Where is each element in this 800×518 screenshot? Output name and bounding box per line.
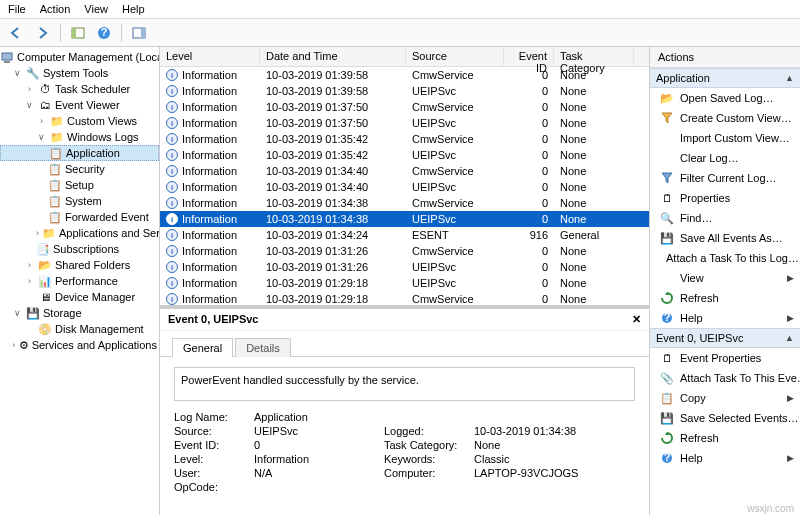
collapse-icon[interactable]: ∨ bbox=[12, 308, 23, 318]
expand-icon[interactable]: › bbox=[36, 116, 47, 126]
actions-header-event[interactable]: Event 0, UEIPSvc▲ bbox=[650, 328, 800, 348]
expand-icon[interactable]: › bbox=[12, 340, 16, 350]
action-open-saved-log[interactable]: 📂Open Saved Log… bbox=[650, 88, 800, 108]
tree-apps-and-services[interactable]: ›📁Applications and Ser… bbox=[0, 225, 159, 241]
action-find[interactable]: 🔍Find… bbox=[650, 208, 800, 228]
col-source[interactable]: Source bbox=[406, 47, 504, 66]
event-detail-pane: Event 0, UEIPSvc ✕ General Details Power… bbox=[160, 305, 649, 515]
expand-icon[interactable]: › bbox=[24, 276, 35, 286]
event-row[interactable]: iInformation10-03-2019 01:31:26UEIPSvc0N… bbox=[160, 259, 649, 275]
tree-shared-folders[interactable]: ›📂Shared Folders bbox=[0, 257, 159, 273]
submenu-arrow-icon: ▶ bbox=[787, 453, 794, 463]
event-row[interactable]: iInformation10-03-2019 01:37:50CmwServic… bbox=[160, 99, 649, 115]
submenu-arrow-icon: ▶ bbox=[787, 273, 794, 283]
action-save-selected[interactable]: 💾Save Selected Events… bbox=[650, 408, 800, 428]
menu-file[interactable]: File bbox=[8, 3, 26, 15]
event-row[interactable]: iInformation10-03-2019 01:35:42CmwServic… bbox=[160, 131, 649, 147]
col-task-category[interactable]: Task Category bbox=[554, 47, 634, 66]
tree-forwarded-events[interactable]: 📋Forwarded Event bbox=[0, 209, 159, 225]
tree-windows-logs[interactable]: ∨📁Windows Logs bbox=[0, 129, 159, 145]
menubar: File Action View Help bbox=[0, 0, 800, 19]
help-button[interactable]: ? bbox=[93, 23, 115, 43]
expand-icon[interactable]: › bbox=[24, 84, 35, 94]
action-import-custom-view[interactable]: Import Custom View… bbox=[650, 128, 800, 148]
navigation-tree[interactable]: Computer Management (Local) ∨🔧System Too… bbox=[0, 47, 160, 515]
info-icon: i bbox=[166, 149, 178, 161]
event-row[interactable]: iInformation10-03-2019 01:37:50UEIPSvc0N… bbox=[160, 115, 649, 131]
actions-header-application[interactable]: Application▲ bbox=[650, 68, 800, 88]
col-event-id[interactable]: Event ID bbox=[504, 47, 554, 66]
value-logged: 10-03-2019 01:34:38 bbox=[474, 425, 635, 437]
tree-subscriptions[interactable]: 📑Subscriptions bbox=[0, 241, 159, 257]
menu-view[interactable]: View bbox=[84, 3, 108, 15]
svg-rect-7 bbox=[4, 61, 10, 63]
tree-disk-management[interactable]: 📀Disk Management bbox=[0, 321, 159, 337]
tree-application[interactable]: 📋Application bbox=[0, 145, 159, 161]
event-row[interactable]: iInformation10-03-2019 01:34:40UEIPSvc0N… bbox=[160, 179, 649, 195]
event-row[interactable]: iInformation10-03-2019 01:29:18CmwServic… bbox=[160, 291, 649, 305]
action-clear-log[interactable]: Clear Log… bbox=[650, 148, 800, 168]
show-hide-tree-button[interactable] bbox=[67, 23, 89, 43]
event-row[interactable]: iInformation10-03-2019 01:31:26CmwServic… bbox=[160, 243, 649, 259]
collapse-icon[interactable]: ∨ bbox=[36, 132, 47, 142]
event-row[interactable]: iInformation10-03-2019 01:39:58CmwServic… bbox=[160, 67, 649, 83]
show-hide-action-pane-button[interactable] bbox=[128, 23, 150, 43]
tree-system-log[interactable]: 📋System bbox=[0, 193, 159, 209]
tree-event-viewer[interactable]: ∨🗂Event Viewer bbox=[0, 97, 159, 113]
collapse-icon[interactable]: ∨ bbox=[24, 100, 35, 110]
value-level: Information bbox=[254, 453, 384, 465]
menu-help[interactable]: Help bbox=[122, 3, 145, 15]
cell-event-id: 0 bbox=[504, 69, 554, 81]
tree-system-tools[interactable]: ∨🔧System Tools bbox=[0, 65, 159, 81]
event-row[interactable]: iInformation10-03-2019 01:34:38CmwServic… bbox=[160, 195, 649, 211]
action-help[interactable]: ?Help▶ bbox=[650, 308, 800, 328]
action-copy[interactable]: 📋Copy▶ bbox=[650, 388, 800, 408]
action-refresh[interactable]: Refresh bbox=[650, 288, 800, 308]
grid-body[interactable]: iInformation10-03-2019 01:39:58CmwServic… bbox=[160, 67, 649, 305]
cell-category: None bbox=[554, 117, 634, 129]
help-icon: ? bbox=[660, 451, 674, 465]
forward-button[interactable] bbox=[32, 23, 54, 43]
event-row[interactable]: iInformation10-03-2019 01:29:18UEIPSvc0N… bbox=[160, 275, 649, 291]
action-attach-task-event[interactable]: 📎Attach Task To This Eve… bbox=[650, 368, 800, 388]
event-row[interactable]: iInformation10-03-2019 01:39:58UEIPSvc0N… bbox=[160, 83, 649, 99]
close-detail-button[interactable]: ✕ bbox=[632, 313, 641, 326]
tree-device-manager[interactable]: 🖥Device Manager bbox=[0, 289, 159, 305]
event-row[interactable]: iInformation10-03-2019 01:35:42UEIPSvc0N… bbox=[160, 147, 649, 163]
action-refresh-event[interactable]: Refresh bbox=[650, 428, 800, 448]
collapse-icon[interactable]: ∨ bbox=[12, 68, 23, 78]
info-icon: i bbox=[166, 229, 178, 241]
col-level[interactable]: Level bbox=[160, 47, 260, 66]
tab-general[interactable]: General bbox=[172, 338, 233, 357]
tree-task-scheduler[interactable]: ›⏱Task Scheduler bbox=[0, 81, 159, 97]
tree-performance[interactable]: ›📊Performance bbox=[0, 273, 159, 289]
expand-icon[interactable]: › bbox=[36, 228, 39, 238]
event-row[interactable]: iInformation10-03-2019 01:34:38UEIPSvc0N… bbox=[160, 211, 649, 227]
action-save-all-events[interactable]: 💾Save All Events As… bbox=[650, 228, 800, 248]
menu-action[interactable]: Action bbox=[40, 3, 71, 15]
action-properties[interactable]: 🗒Properties bbox=[650, 188, 800, 208]
action-help-event[interactable]: ?Help▶ bbox=[650, 448, 800, 468]
col-date[interactable]: Date and Time bbox=[260, 47, 406, 66]
tab-details[interactable]: Details bbox=[235, 338, 291, 357]
tree-custom-views[interactable]: ›📁Custom Views bbox=[0, 113, 159, 129]
tree-root[interactable]: Computer Management (Local) bbox=[0, 49, 159, 65]
cell-source: UEIPSvc bbox=[406, 149, 504, 161]
tree-storage[interactable]: ∨💾Storage bbox=[0, 305, 159, 321]
expand-icon[interactable]: › bbox=[24, 260, 35, 270]
save-icon: 💾 bbox=[660, 231, 674, 245]
tree-security[interactable]: 📋Security bbox=[0, 161, 159, 177]
event-row[interactable]: iInformation10-03-2019 01:34:24ESENT916G… bbox=[160, 227, 649, 243]
tree-root-label: Computer Management (Local) bbox=[17, 51, 160, 63]
back-button[interactable] bbox=[6, 23, 28, 43]
event-row[interactable]: iInformation10-03-2019 01:34:40CmwServic… bbox=[160, 163, 649, 179]
grid-header: Level Date and Time Source Event ID Task… bbox=[160, 47, 649, 67]
tree-setup[interactable]: 📋Setup bbox=[0, 177, 159, 193]
action-event-properties[interactable]: 🗒Event Properties bbox=[650, 348, 800, 368]
tree-services-and-apps[interactable]: ›⚙Services and Applications bbox=[0, 337, 159, 353]
value-computer: LAPTOP-93VCJOGS bbox=[474, 467, 635, 479]
action-view[interactable]: View▶ bbox=[650, 268, 800, 288]
action-filter-current-log[interactable]: Filter Current Log… bbox=[650, 168, 800, 188]
action-attach-task-log[interactable]: Attach a Task To this Log… bbox=[650, 248, 800, 268]
action-create-custom-view[interactable]: Create Custom View… bbox=[650, 108, 800, 128]
